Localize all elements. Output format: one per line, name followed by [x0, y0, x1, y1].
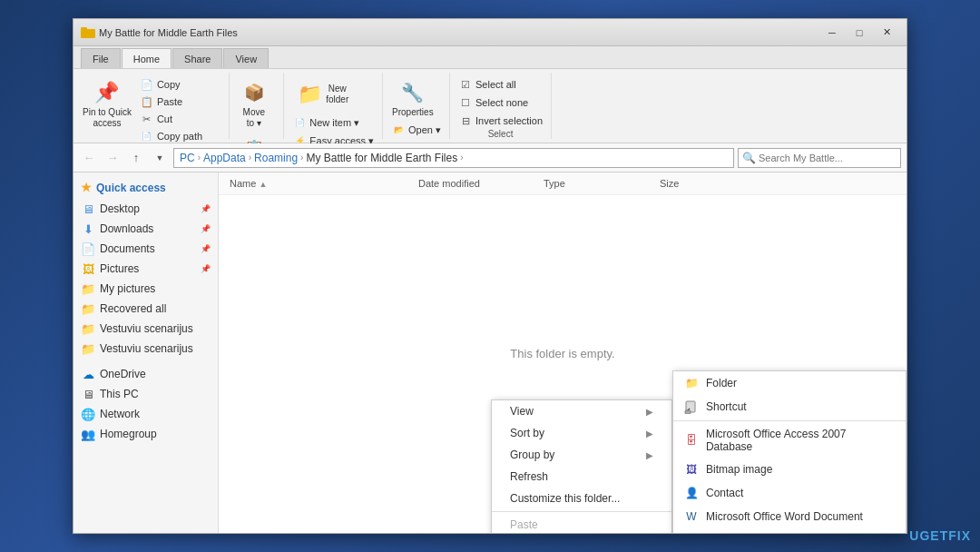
search-box: 🔍 — [738, 148, 901, 168]
main-area: ★ Quick access 🖥 Desktop 📌 ⬇ Downloads 📌… — [74, 172, 906, 533]
copy-button[interactable]: 📄 Copy — [137, 76, 223, 93]
access-icon: 🗄 — [684, 433, 699, 448]
pin-icon: 📌 — [201, 204, 211, 213]
ctx-view[interactable]: View ▶ — [492, 400, 671, 422]
sidebar-item-mypictures[interactable]: 📁 My pictures — [74, 279, 218, 299]
sidebar-item-recovered[interactable]: 📁 Recovered all — [74, 299, 218, 319]
content-header: Name ▲ Date modified Type Size — [219, 172, 906, 195]
ctx-sep1 — [492, 511, 671, 512]
sidebar-item-downloads[interactable]: ⬇ Downloads 📌 — [74, 219, 218, 239]
sidebar-item-pictures[interactable]: 🖼 Pictures 📌 — [74, 259, 218, 279]
select-none-button[interactable]: ☐ Select none — [456, 94, 531, 111]
sidebar-quick-access[interactable]: ★ Quick access — [74, 176, 218, 199]
select-all-button[interactable]: ☑ Select all — [456, 76, 519, 93]
close-button[interactable]: ✕ — [874, 24, 899, 42]
downloads-icon: ⬇ — [81, 222, 95, 236]
sidebar-item-vestuviu1[interactable]: 📁 Vestuviu scenarijus — [74, 319, 218, 339]
col-type-header[interactable]: Type — [540, 176, 649, 191]
move-icon: 📦 — [240, 78, 269, 107]
pin-to-quick-button[interactable]: 📌 Pin to Quickaccess — [79, 76, 135, 131]
sort-by-arrow: ▶ — [646, 429, 653, 439]
svg-rect-3 — [685, 410, 691, 414]
paste-button[interactable]: 📋 Paste — [137, 94, 223, 110]
group-by-arrow: ▶ — [646, 450, 653, 460]
copy-path-button[interactable]: 📄 Copy path — [137, 128, 223, 144]
sidebar-item-desktop[interactable]: 🖥 Desktop 📌 — [74, 199, 218, 219]
sidebar-item-homegroup[interactable]: 👥 Homegroup — [74, 424, 218, 444]
tab-share[interactable]: Share — [172, 48, 222, 68]
copy-path-label: Copy path — [157, 131, 202, 142]
sidebar-item-network[interactable]: 🌐 Network — [74, 404, 218, 424]
content-area[interactable]: Name ▲ Date modified Type Size This fold… — [219, 172, 906, 533]
new-item-button[interactable]: 📄 New item ▾ — [289, 114, 362, 131]
col-size-header[interactable]: Size — [656, 176, 729, 191]
sidebar-item-documents[interactable]: 📄 Documents 📌 — [74, 239, 218, 259]
pictures-label: Pictures — [100, 262, 139, 275]
star-icon: ★ — [81, 181, 92, 194]
tab-home[interactable]: Home — [122, 48, 172, 68]
bitmap-label: Bitmap image — [706, 463, 772, 476]
sidebar-item-onedrive[interactable]: ☁ OneDrive — [74, 364, 218, 384]
move-to-button[interactable]: 📦 Moveto ▾ — [236, 76, 272, 131]
address-path[interactable]: PC › AppData › Roaming › My Battle for M… — [173, 148, 734, 168]
address-bar: ← → ↑ ▼ PC › AppData › Roaming › My Batt… — [74, 143, 906, 172]
breadcrumb-pc[interactable]: PC — [180, 152, 195, 164]
sep1: › — [198, 153, 201, 163]
breadcrumb-roaming[interactable]: Roaming — [254, 152, 298, 164]
search-input[interactable] — [759, 153, 897, 163]
folder-icon4: 📁 — [81, 341, 95, 356]
submenu-ppt[interactable]: P Microsoft Office PowerPoint Presentati… — [673, 528, 906, 533]
sort-by-label: Sort by — [510, 427, 544, 439]
invert-selection-button[interactable]: ⊟ Invert selection — [456, 113, 545, 129]
back-button[interactable]: ← — [79, 148, 99, 168]
submenu-bitmap[interactable]: 🖼 Bitmap image — [673, 458, 906, 481]
submenu-word[interactable]: W Microsoft Office Word Document — [673, 505, 906, 528]
col-name-header[interactable]: Name ▲ — [226, 176, 407, 191]
submenu-folder[interactable]: 📁 Folder — [673, 371, 906, 395]
submenu-contact[interactable]: 👤 Contact — [673, 481, 906, 505]
forward-button[interactable]: → — [103, 148, 122, 168]
title-bar-controls: ─ □ ✕ — [819, 24, 899, 42]
submenu-sep1 — [673, 420, 906, 421]
ribbon-content: 📌 Pin to Quickaccess 📄 Copy 📋 Paste — [74, 68, 906, 143]
pin-icon: 📌 — [93, 78, 122, 107]
sidebar-item-thispc[interactable]: 🖥 This PC — [74, 384, 218, 404]
ctx-refresh[interactable]: Refresh — [492, 466, 671, 488]
sidebar-item-vestuviu2[interactable]: 📁 Vestuviu scenarijus — [74, 339, 218, 359]
ctx-customize[interactable]: Customize this folder... — [492, 488, 671, 509]
shortcut-submenu-label: Shortcut — [706, 400, 747, 413]
cut-label: Cut — [157, 113, 172, 124]
tab-file[interactable]: File — [81, 48, 121, 68]
col-date-header[interactable]: Date modified — [415, 176, 533, 191]
desktop-label: Desktop — [100, 202, 140, 215]
ctx-group-by[interactable]: Group by ▶ — [492, 444, 671, 466]
maximize-button[interactable]: □ — [847, 24, 872, 42]
access-label: Microsoft Office Access 2007 Database — [706, 428, 895, 453]
cut-button[interactable]: ✂ Cut — [137, 111, 223, 127]
open-button[interactable]: 📂 Open ▾ — [388, 122, 444, 138]
ribbon-group-select: ☑ Select all ☐ Select none ⊟ Invert sele… — [450, 73, 552, 139]
ctx-sort-by[interactable]: Sort by ▶ — [492, 422, 671, 444]
submenu-shortcut[interactable]: Shortcut — [673, 395, 906, 419]
tab-view[interactable]: View — [223, 48, 269, 68]
folder-icon — [81, 25, 95, 40]
minimize-button[interactable]: ─ — [819, 24, 845, 42]
recent-paths-button[interactable]: ▼ — [150, 148, 170, 168]
new-content: 📁 Newfolder 📄 New item ▾ ⚡ Easy access ▾ — [289, 73, 377, 149]
folder-empty-message: This folder is empty. — [510, 346, 614, 360]
new-folder-icon: 📁 — [293, 78, 326, 111]
desktop-icon: 🖥 — [81, 202, 95, 216]
word-icon: W — [684, 509, 699, 524]
new-folder-button[interactable]: 📁 Newfolder — [289, 76, 352, 113]
properties-button[interactable]: 🔧 Properties — [388, 76, 437, 120]
title-bar-left: My Battle for Middle Earth Files — [81, 25, 238, 40]
contact-icon: 👤 — [684, 486, 699, 500]
documents-icon: 📄 — [81, 242, 95, 256]
up-button[interactable]: ↑ — [126, 148, 146, 168]
submenu-access[interactable]: 🗄 Microsoft Office Access 2007 Database — [673, 423, 906, 458]
properties-icon: 🔧 — [398, 78, 427, 107]
sep3: › — [300, 153, 303, 163]
ctx-paste[interactable]: Paste — [492, 514, 671, 533]
refresh-label: Refresh — [510, 470, 548, 483]
breadcrumb-appdata[interactable]: AppData — [203, 152, 246, 164]
